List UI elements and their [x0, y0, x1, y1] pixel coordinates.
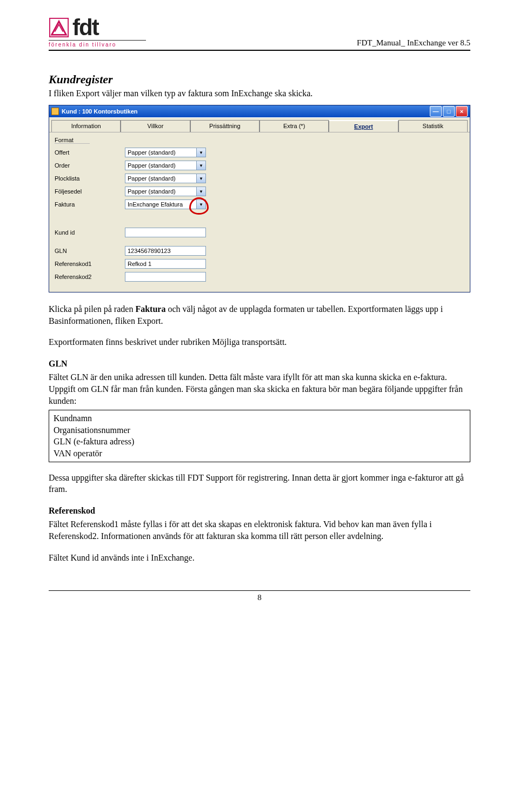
box-line-gln: GLN (e-faktura adress) [54, 436, 465, 448]
section-title: Kundregister [49, 72, 470, 86]
dropdown-order-value: Papper (standard) [128, 162, 176, 169]
dropdown-plocklista-value: Papper (standard) [128, 175, 176, 182]
heading-gln: GLN [49, 358, 470, 370]
tab-statistik[interactable]: Statistik [398, 120, 468, 132]
input-kund-id[interactable] [125, 228, 206, 237]
tab-bar: Information Villkor Prissättning Extra (… [49, 117, 470, 132]
tab-prissattning[interactable]: Prissättning [190, 120, 260, 132]
input-gln[interactable]: 1234567890123 [125, 246, 206, 256]
logo-tagline: förenkla din tillvaro [49, 40, 146, 48]
info-box: Kundnamn Organisationsnummer GLN (e-fakt… [49, 410, 470, 462]
tab-villkor[interactable]: Villkor [121, 120, 190, 132]
chevron-down-icon: ▼ [196, 200, 205, 209]
label-ref1: Referenskod1 [55, 261, 125, 267]
label-kund-id: Kund id [55, 229, 125, 236]
app-window: Kund : 100 Kontorsbutiken — □ × Informat… [49, 105, 470, 292]
logo-mark-icon [49, 17, 69, 38]
minimize-button[interactable]: — [430, 106, 442, 117]
chevron-down-icon: ▼ [196, 148, 205, 157]
paragraph-gln-body: Fältet GLN är den unika adressen till ku… [49, 371, 470, 407]
dropdown-offert[interactable]: Papper (standard) ▼ [125, 148, 206, 157]
section-intro: I fliken Export väljer man vilken typ av… [49, 89, 470, 98]
box-line-orgnr: Organisationsnummer [54, 424, 465, 436]
paragraph-click-arrow: Klicka på pilen på raden Faktura och väl… [49, 303, 470, 327]
maximize-button[interactable]: □ [443, 106, 455, 117]
box-line-van: VAN operatör [54, 448, 465, 460]
dropdown-plocklista[interactable]: Papper (standard) ▼ [125, 174, 206, 183]
window-app-icon [51, 108, 59, 115]
paragraph-referenskod-body: Fältet Referenskod1 måste fyllas i för a… [49, 518, 470, 542]
chevron-down-icon: ▼ [196, 174, 205, 183]
group-label-format: Format [55, 137, 90, 144]
tab-information[interactable]: Information [51, 120, 121, 132]
dropdown-order[interactable]: Papper (standard) ▼ [125, 161, 206, 170]
label-order: Order [55, 162, 125, 169]
label-faktura: Faktura [55, 201, 125, 208]
label-offert: Offert [55, 149, 125, 156]
close-button[interactable]: × [456, 106, 468, 117]
paragraph-kund-id-note: Fältet Kund id används inte i InExchange… [49, 552, 470, 564]
window-title-text: Kund : 100 Kontorsbutiken [62, 108, 138, 115]
page-number: 8 [49, 590, 470, 602]
logo: fdt förenkla din tillvaro [49, 16, 146, 48]
label-plocklista: Plocklista [55, 175, 125, 182]
box-line-kundnamn: Kundnamn [54, 412, 465, 424]
input-ref1[interactable]: Refkod 1 [125, 259, 206, 269]
label-foljesedel: Följesedel [55, 188, 125, 195]
label-ref2: Referenskod2 [55, 274, 125, 280]
dropdown-faktura-value: InExchange Efaktura [128, 201, 183, 208]
input-ref2[interactable] [125, 272, 206, 282]
window-titlebar: Kund : 100 Kontorsbutiken — □ × [49, 105, 470, 117]
tab-extra[interactable]: Extra (*) [260, 120, 329, 132]
dropdown-offert-value: Papper (standard) [128, 149, 176, 156]
chevron-down-icon: ▼ [196, 161, 205, 170]
heading-referenskod: Referenskod [49, 505, 470, 517]
chevron-down-icon: ▼ [196, 187, 205, 196]
logo-text: fdt [72, 16, 98, 39]
dropdown-foljesedel-value: Papper (standard) [128, 188, 176, 195]
dropdown-foljesedel[interactable]: Papper (standard) ▼ [125, 187, 206, 196]
paragraph-send-support: Dessa uppgifter ska därefter skickas til… [49, 472, 470, 495]
paragraph-exportformat: Exportformaten finns beskrivet under rub… [49, 336, 470, 348]
dropdown-faktura[interactable]: InExchange Efaktura ▼ [125, 199, 206, 209]
document-title: FDT_Manual_ InExchange ver 8.5 [357, 38, 470, 48]
label-gln: GLN [55, 248, 125, 254]
tab-export[interactable]: Export [329, 120, 398, 132]
